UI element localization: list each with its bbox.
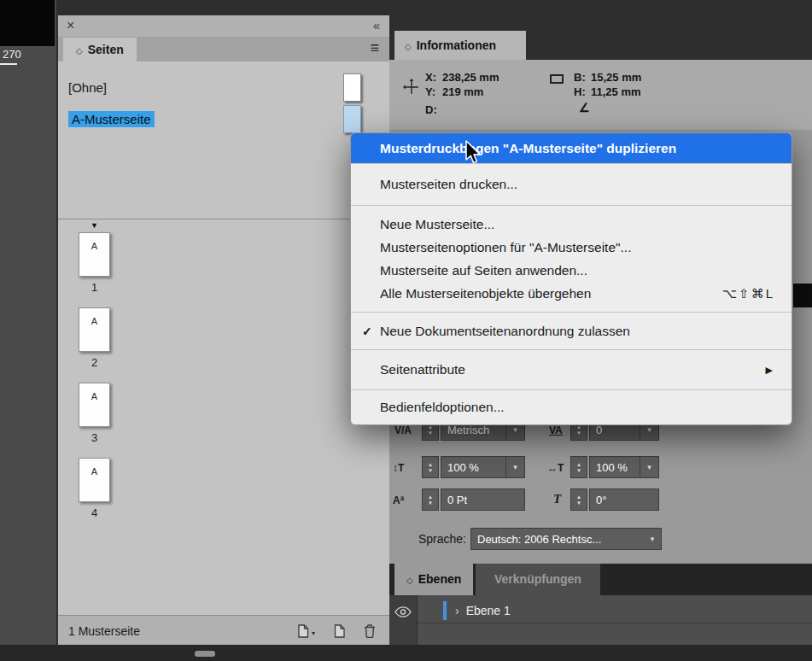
new-page-button[interactable]: [334, 624, 345, 638]
baseline-shift-stepper[interactable]: ▴▾: [422, 488, 439, 511]
check-icon: ✓: [362, 325, 372, 338]
menu-item-master-options[interactable]: Musterseitenoptionen für "A-Musterseite"…: [351, 236, 792, 259]
menu-item-new-master[interactable]: Neue Musterseite...: [351, 213, 792, 236]
ruler-mark: 270: [3, 48, 21, 61]
tab-verknuepfungen-label: Verknüpfungen: [494, 572, 581, 586]
b-value: 15,25 mm: [591, 71, 641, 84]
ruler-tick: [0, 63, 17, 65]
h-value: 11,25 mm: [591, 85, 641, 98]
page-number: 4: [79, 506, 110, 519]
page-master-letter: A: [91, 241, 97, 251]
master-thumbnail[interactable]: [343, 73, 361, 102]
master-name-selected[interactable]: A-Musterseite: [68, 111, 155, 127]
menu-item-duplicate-master[interactable]: Musterdruckbogen "A-Musterseite" duplizi…: [351, 133, 792, 163]
step-up-icon: ▴: [429, 494, 432, 500]
menu-item-shortcut: ⌥⇧⌘L: [722, 286, 774, 301]
language-dropdown[interactable]: Deutsch: 2006 Rechtsc...▾: [470, 528, 662, 550]
skew-stepper[interactable]: ▴▾: [570, 488, 587, 511]
trash-icon: [364, 624, 376, 638]
close-icon[interactable]: ×: [67, 18, 74, 33]
tab-ebenen[interactable]: ◇Ebenen: [394, 564, 473, 595]
layer-row-ebene-1[interactable]: › Ebene 1: [418, 599, 812, 623]
menu-item-override-all[interactable]: Alle Musterseitenobjekte übergehen⌥⇧⌘L: [351, 282, 792, 305]
menu-item-label: Musterseiten drucken...: [380, 177, 517, 192]
vertical-scale-icon: ↕T: [393, 462, 404, 474]
vertical-scale-field[interactable]: 100 %▾: [441, 456, 525, 478]
tab-verknuepfungen[interactable]: Verknüpfungen: [476, 564, 600, 595]
skew-field[interactable]: 0°: [589, 488, 659, 511]
vertical-scale-stepper[interactable]: ▴▾: [422, 456, 439, 478]
submenu-arrow-icon: ▶: [766, 365, 773, 376]
dropdown-icon[interactable]: ▾: [505, 457, 524, 477]
tracking-icon: VA: [549, 424, 563, 436]
tab-informationen[interactable]: ◇Informationen: [394, 31, 526, 60]
pages-panel-context-menu: Musterdruckbogen "A-Musterseite" duplizi…: [350, 132, 792, 425]
pages-panel-statusbar: 1 Musterseite ▾: [58, 615, 389, 646]
baseline-shift-value: 0 Pt: [441, 494, 524, 506]
page-thumbnail[interactable]: A: [79, 383, 110, 427]
b-label: B:: [574, 71, 591, 84]
page-item-4[interactable]: A 4: [79, 458, 110, 519]
horizontal-scrollbar-thumb[interactable]: [195, 651, 215, 657]
step-down-icon: ▾: [429, 500, 432, 506]
panel-menu-icon[interactable]: ≡: [370, 39, 379, 57]
indesign-workspace: 270 × « ◇Seiten ≡ [Ohne] A-Musterseite ▼: [0, 0, 812, 661]
eye-icon[interactable]: [394, 606, 412, 617]
dropdown-icon[interactable]: ▾: [640, 457, 658, 477]
master-thumbnail-selected[interactable]: [343, 105, 361, 133]
menu-item-apply-master[interactable]: Musterseite auf Seiten anwenden...: [351, 259, 792, 282]
step-down-icon: ▾: [577, 430, 581, 436]
master-row-a-musterseite[interactable]: A-Musterseite: [58, 103, 389, 135]
pages-panel-tabrow: ◇Seiten ≡: [58, 38, 389, 61]
layer-name[interactable]: Ebene 1: [466, 604, 511, 617]
pages-section: ▼ A 1 A 2 A 3 A 4: [58, 219, 389, 519]
tab-ebenen-label: Ebenen: [418, 572, 462, 586]
baseline-shift-field[interactable]: 0 Pt: [441, 488, 525, 511]
step-down-icon: ▾: [429, 468, 432, 473]
angle-icon: ∠: [579, 101, 590, 114]
info-xy-column: X:238,25 mm Y:219 mm D:: [425, 70, 499, 117]
step-down-icon: ▾: [429, 430, 432, 436]
info-panel-content: X:238,25 mm Y:219 mm D: ∠ B:15,25 mm H:1…: [389, 60, 812, 130]
step-up-icon: ▴: [577, 462, 581, 467]
menu-item-label: Musterseitenoptionen für "A-Musterseite"…: [380, 240, 631, 255]
step-up-icon: ▴: [429, 462, 432, 467]
pages-panel: × « ◇Seiten ≡ [Ohne] A-Musterseite ▼ A 1: [58, 15, 389, 646]
left-ruler-strip: 270: [0, 0, 56, 646]
menu-item-label: Neue Dokumentseitenanordnung zulassen: [380, 324, 630, 339]
master-row-ohne[interactable]: [Ohne]: [58, 72, 389, 103]
dimensions-rect-icon: [550, 74, 564, 84]
menu-item-label: Neue Musterseite...: [380, 217, 494, 232]
menu-item-panel-options[interactable]: Bedienfeldoptionen...: [351, 390, 792, 424]
delete-page-button[interactable]: [364, 624, 376, 638]
master-name[interactable]: [Ohne]: [68, 80, 107, 95]
y-value: 219 mm: [442, 85, 483, 98]
menu-item-allow-document-page-shuffle[interactable]: ✓Neue Dokumentseitenanordnung zulassen: [351, 313, 792, 349]
page-item-1[interactable]: A 1: [79, 232, 110, 294]
dropdown-icon[interactable]: ▾: [644, 529, 661, 549]
page-item-3[interactable]: A 3: [79, 383, 110, 444]
masters-section: [Ohne] A-Musterseite: [58, 61, 389, 219]
menu-item-label: Musterseite auf Seiten anwenden...: [380, 263, 587, 278]
baseline-shift-icon: Aª: [393, 494, 404, 506]
page-thumbnail[interactable]: A: [79, 458, 110, 502]
page-master-letter: A: [91, 316, 97, 326]
layers-panel-content: › Ebene 1: [389, 595, 812, 645]
layer-expand-icon[interactable]: ›: [455, 604, 459, 617]
h-label: H:: [574, 85, 591, 98]
page-thumbnail[interactable]: A: [79, 307, 110, 352]
new-spread-button[interactable]: ▾: [296, 624, 315, 638]
horizontal-scale-field[interactable]: 100 %▾: [589, 456, 659, 478]
horizontal-scale-value: 100 %: [590, 461, 640, 474]
page-item-2[interactable]: A 2: [79, 307, 110, 369]
layers-tabbar: ◇Ebenen Verknüpfungen: [389, 564, 812, 595]
tab-seiten[interactable]: ◇Seiten: [63, 38, 137, 61]
master-count-status: 1 Musterseite: [68, 624, 140, 638]
menu-item-print-masters[interactable]: Musterseiten drucken...: [351, 164, 792, 205]
menu-item-page-attributes[interactable]: Seitenattribute▶: [351, 350, 792, 389]
horizontal-scale-stepper[interactable]: ▴▾: [570, 456, 587, 478]
page-thumbnail[interactable]: A: [79, 232, 110, 277]
vertical-scale-value: 100 %: [441, 461, 505, 474]
d-label: D:: [425, 103, 442, 116]
collapse-panel-icon[interactable]: «: [373, 18, 379, 32]
